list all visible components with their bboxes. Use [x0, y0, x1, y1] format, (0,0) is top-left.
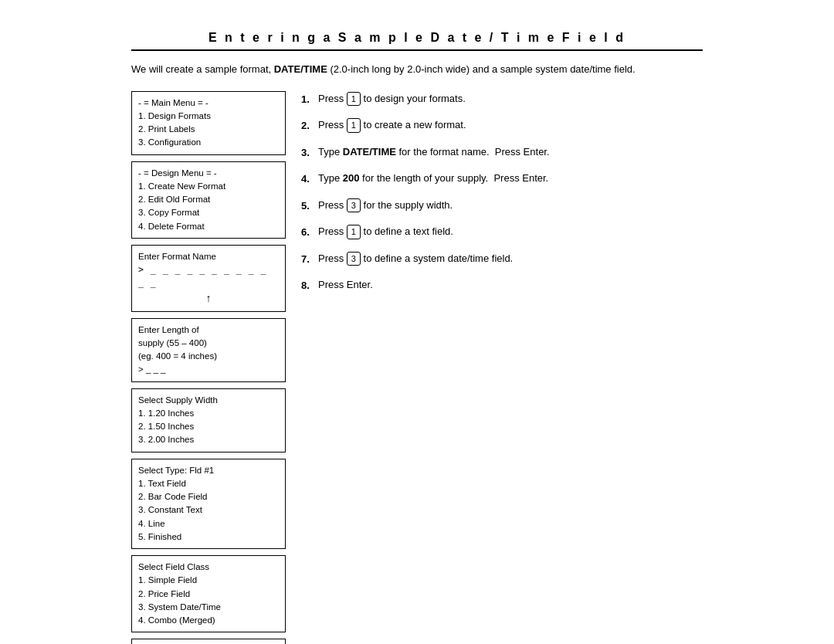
enter-format-name-prompt: > _ _ _ _ _ _ _ _ _ _ _ _: [138, 263, 279, 290]
step-5-btn: 3: [347, 198, 361, 213]
step-8-content: Press Enter.: [318, 277, 703, 293]
main-menu-line4: 3. Configuration: [138, 136, 279, 149]
right-column: 1. Press 1 to design your formats. 2. Pr…: [301, 91, 703, 645]
screen-select-width: Select Supply Width 1. 1.20 Inches 2. 1.…: [131, 388, 286, 452]
select-field-class-line1: Select Field Class: [138, 561, 279, 574]
select-type-line4: 3. Constant Text: [138, 503, 279, 517]
select-width-line1: Select Supply Width: [138, 394, 279, 407]
select-type-line5: 4. Line: [138, 517, 279, 530]
step-4-content: Type 200 for the length of your supply. …: [318, 171, 703, 186]
step-6-content: Press 1 to define a text field.: [318, 224, 703, 239]
step-7-number: 7.: [301, 251, 318, 267]
step-8-number: 8.: [301, 277, 318, 293]
select-field-class-line3: 2. Price Field: [138, 588, 279, 601]
step-7-content: Press 3 to define a system date/time fie…: [318, 251, 703, 266]
design-menu-line4: 3. Copy Format: [138, 206, 279, 219]
enter-length-line1: Enter Length of: [138, 324, 279, 337]
step-7: 7. Press 3 to define a system date/time …: [301, 251, 703, 267]
step-4: 4. Type 200 for the length of your suppl…: [301, 171, 703, 187]
screen-main-menu: - = Main Menu = - 1. Design Formats 2. P…: [131, 91, 286, 155]
step-2-number: 2.: [301, 117, 318, 134]
step-6-btn: 1: [347, 225, 361, 239]
select-type-line6: 5. Finished: [138, 530, 279, 544]
select-type-line2: 1. Text Field: [138, 477, 279, 490]
design-menu-line2: 1. Create New Format: [138, 180, 279, 193]
select-width-line2: 1. 1.20 Inches: [138, 407, 279, 420]
page-container: E n t e r i n g a S a m p l e D a t e / …: [116, 0, 718, 644]
main-menu-line1: - = Main Menu = -: [138, 97, 279, 110]
step-1-btn: 1: [347, 92, 361, 107]
enter-length-prompt: > _ _ _: [138, 363, 279, 376]
design-menu-line1: - = Design Menu = -: [138, 167, 279, 180]
step-5: 5. Press 3 for the supply width.: [301, 198, 703, 214]
design-menu-line3: 2. Edit Old Format: [138, 193, 279, 206]
step-5-number: 5.: [301, 198, 318, 214]
step-5-content: Press 3 for the supply width.: [318, 198, 703, 213]
select-field-class-line4: 3. System Date/Time: [138, 601, 279, 614]
screen-define-time-stamp: Define Time Stamp Build Template with Me…: [131, 639, 286, 644]
enter-length-line2: supply (55 – 400): [138, 337, 279, 350]
screen-design-menu: - = Design Menu = - 1. Create New Format…: [131, 161, 286, 239]
step-1: 1. Press 1 to design your formats.: [301, 91, 703, 107]
step-8: 8. Press Enter.: [301, 277, 703, 293]
select-type-line3: 2. Bar Code Field: [138, 490, 279, 503]
design-menu-line5: 4. Delete Format: [138, 220, 279, 233]
enter-format-name-arrow: ↑: [138, 290, 279, 307]
content-area: - = Main Menu = - 1. Design Formats 2. P…: [131, 91, 703, 645]
select-width-line3: 2. 1.50 Inches: [138, 420, 279, 433]
step-1-content: Press 1 to design your formats.: [318, 91, 703, 107]
screen-select-field-class: Select Field Class 1. Simple Field 2. Pr…: [131, 555, 286, 632]
step-2: 2. Press 1 to create a new format.: [301, 117, 703, 134]
intro-text: We will create a sample format, DATE/TIM…: [131, 62, 703, 77]
step-3-content: Type DATE/TIME for the format name. Pres…: [318, 144, 703, 160]
step-2-content: Press 1 to create a new format.: [318, 117, 703, 133]
step-1-number: 1.: [301, 91, 318, 107]
screen-enter-length: Enter Length of supply (55 – 400) (eg. 4…: [131, 318, 286, 382]
main-menu-line2: 1. Design Formats: [138, 110, 279, 123]
screen-enter-format-name: Enter Format Name > _ _ _ _ _ _ _ _ _ _ …: [131, 245, 286, 312]
select-field-class-line5: 4. Combo (Merged): [138, 614, 279, 627]
page-title: E n t e r i n g a S a m p l e D a t e / …: [131, 31, 703, 51]
step-7-btn: 3: [347, 252, 361, 266]
step-2-btn: 1: [347, 118, 361, 133]
select-field-class-line2: 1. Simple Field: [138, 574, 279, 587]
select-type-line1: Select Type: Fld #1: [138, 464, 279, 477]
step-6-number: 6.: [301, 224, 318, 240]
step-6: 6. Press 1 to define a text field.: [301, 224, 703, 240]
main-menu-line3: 2. Print Labels: [138, 123, 279, 136]
step-list: 1. Press 1 to design your formats. 2. Pr…: [301, 91, 703, 293]
screen-select-type: Select Type: Fld #1 1. Text Field 2. Bar…: [131, 459, 286, 550]
select-width-line4: 3. 2.00 Inches: [138, 433, 279, 446]
left-column: - = Main Menu = - 1. Design Formats 2. P…: [131, 91, 286, 645]
enter-format-name-label: Enter Format Name: [138, 250, 279, 263]
enter-length-line3: (eg. 400 = 4 inches): [138, 350, 279, 363]
step-3: 3. Type DATE/TIME for the format name. P…: [301, 144, 703, 161]
step-3-number: 3.: [301, 144, 318, 161]
step-4-number: 4.: [301, 171, 318, 187]
